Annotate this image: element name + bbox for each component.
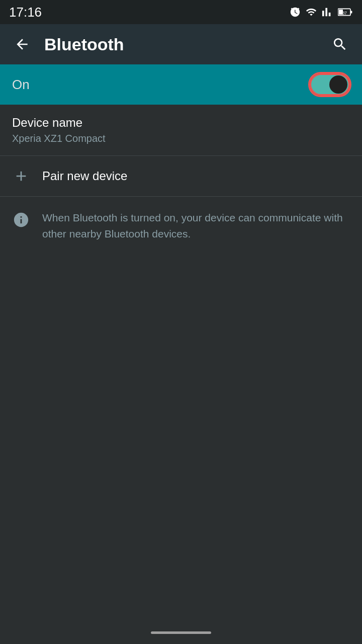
toggle-container[interactable] [310,73,350,96]
device-name-title: Device name [12,116,350,130]
status-bar: 17:16 37 [0,0,362,24]
pair-new-device-item[interactable]: Pair new device [0,156,362,196]
app-bar: Bluetooth [0,24,362,64]
info-icon [12,211,30,229]
svg-text:37: 37 [342,11,347,16]
alarm-icon [290,7,301,18]
wifi-icon [306,7,317,18]
battery-icon: 37 [338,7,353,18]
status-icons: 37 [290,7,353,18]
status-time: 17:16 [9,5,42,20]
bluetooth-toggle[interactable] [310,73,350,96]
page-title: Bluetooth [44,35,328,54]
device-name-subtitle: Xperia XZ1 Compact [12,133,350,144]
back-button[interactable] [10,32,34,56]
bluetooth-toggle-row[interactable]: On [0,64,362,105]
add-icon [12,167,30,185]
pair-new-device-label: Pair new device [42,169,127,183]
toggle-label: On [12,77,310,93]
bottom-nav-indicator [151,631,211,634]
device-name-item[interactable]: Device name Xperia XZ1 Compact [0,105,362,155]
toggle-thumb [329,75,347,94]
signal-icon [322,7,333,18]
search-button[interactable] [328,32,352,56]
info-row: When Bluetooth is turned on, your device… [0,197,362,255]
info-text: When Bluetooth is turned on, your device… [42,210,350,242]
svg-rect-1 [350,11,352,14]
